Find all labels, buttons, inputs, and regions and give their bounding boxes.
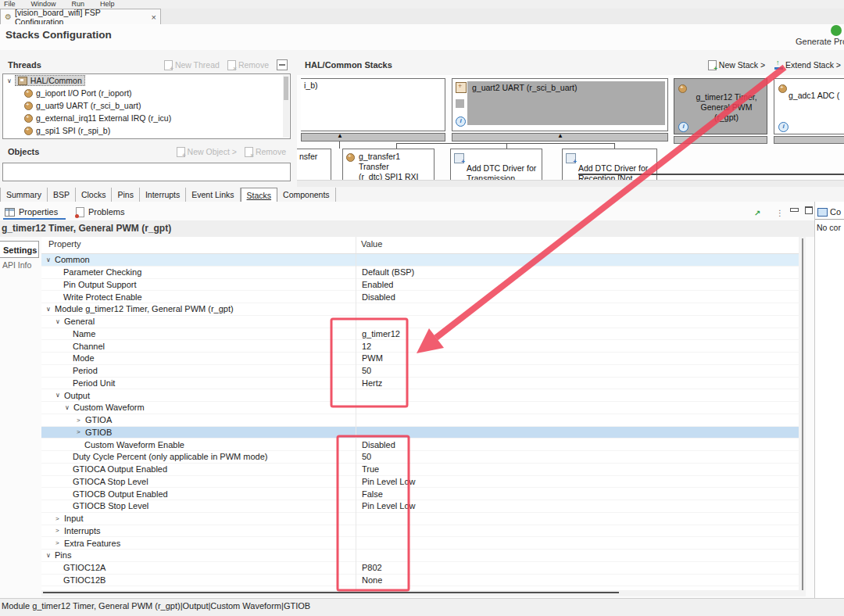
property-value[interactable]: Enabled	[356, 280, 393, 289]
property-row[interactable]: Parameter CheckingDefault (BSP)	[41, 267, 806, 279]
config-tab-stacks[interactable]: Stacks	[241, 188, 278, 202]
property-hscrollbar-thumb[interactable]	[43, 592, 619, 593]
remove-object-button[interactable]: Remove	[245, 147, 286, 157]
property-row[interactable]: Write Protect EnableDisabled	[41, 291, 806, 303]
stack-block-partial[interactable]: i_b)	[301, 78, 445, 131]
property-value[interactable]: False	[356, 489, 383, 499]
config-tab-pins[interactable]: Pins	[112, 188, 139, 202]
console-tab-label[interactable]: Co	[830, 207, 841, 217]
property-row[interactable]: Nameg_timer12	[41, 328, 806, 341]
threads-scrollbar[interactable]	[283, 75, 289, 138]
config-tab-bsp[interactable]: BSP	[48, 188, 76, 202]
new-thread-button[interactable]: New Thread	[164, 60, 220, 70]
property-value[interactable]: 50	[356, 452, 371, 461]
collapse-icon[interactable]: ∨	[7, 77, 12, 84]
property-row[interactable]: Custom Waveform EnableDisabled	[41, 439, 806, 451]
minimize-icon[interactable]	[789, 205, 799, 214]
property-row[interactable]: >Input	[41, 513, 806, 525]
stacks-hscrollbar[interactable]	[297, 180, 844, 187]
menu-help[interactable]: Help	[100, 0, 115, 8]
config-tab-components[interactable]: Components	[277, 188, 336, 202]
property-value[interactable]: Disabled	[356, 440, 395, 449]
collapse-icon[interactable]: ∨	[46, 256, 52, 263]
property-vscrollbar-thumb[interactable]	[802, 238, 803, 590]
sub-stack-block-add-dtc-tx[interactable]: Add DTC Driver for Transmission	[450, 149, 542, 183]
thread-stack-item[interactable]: g_ioport I/O Port (r_ioport)	[3, 87, 290, 99]
property-value[interactable]: 50	[356, 366, 371, 375]
info-icon[interactable]	[678, 122, 688, 132]
column-divider[interactable]	[356, 237, 356, 596]
config-tab-summary[interactable]: Summary	[0, 188, 48, 202]
property-value[interactable]: Pin Level Low	[356, 501, 416, 510]
sub-stack-block-add-dtc-rx[interactable]: Add DTC Driver for Reception [Not	[562, 149, 657, 183]
thread-root-hal-common[interactable]: ∨ HAL/Common	[3, 74, 290, 87]
property-row[interactable]: GTIOC12AP802	[41, 562, 806, 575]
property-row[interactable]: Period50	[41, 365, 806, 378]
info-icon[interactable]	[778, 122, 789, 132]
thread-stack-item[interactable]: g_spi1 SPI (r_spi_b)	[3, 124, 290, 137]
column-header-property[interactable]: Property	[48, 239, 81, 249]
property-value[interactable]: P802	[356, 563, 382, 572]
collapse-icon[interactable]: ∨	[55, 392, 62, 399]
stack-block-g-adc1[interactable]: g_adc1 ADC (	[774, 78, 844, 134]
config-tab-event-links[interactable]: Event Links	[186, 188, 240, 202]
stack-block-g-uart2[interactable]: g_uart2 UART (r_sci_b_uart)	[452, 78, 668, 131]
collapse-icon[interactable]: ∨	[55, 318, 62, 325]
collapse-icon[interactable]: ∨	[46, 552, 52, 559]
thread-stack-item[interactable]: g_external_irq11 External IRQ (r_icu)	[3, 112, 290, 124]
expand-icon[interactable]: >	[55, 515, 62, 522]
property-row[interactable]: ∨General	[41, 316, 806, 328]
side-tab-settings[interactable]: Settings	[0, 241, 39, 258]
property-row[interactable]: ∨Custom Waveform	[41, 402, 806, 414]
property-row[interactable]: GTIOCB Output EnabledFalse	[41, 488, 806, 500]
property-row[interactable]: Channel12	[41, 340, 806, 353]
property-value[interactable]: Default (BSP)	[356, 267, 414, 277]
maximize-icon[interactable]	[804, 205, 814, 214]
stack-block-g-timer12[interactable]: g_timer12 Timer, General PWM (r_gpt)	[674, 78, 767, 134]
expand-icon[interactable]: >	[77, 417, 83, 424]
property-row[interactable]: ∨Output	[41, 389, 806, 402]
connector-triangle[interactable]: ▲	[557, 132, 563, 140]
thread-stack-item[interactable]: g_uart9 UART (r_sci_b_uart)	[3, 99, 290, 112]
generate-project-icon[interactable]	[831, 25, 842, 36]
menu-file[interactable]: File	[4, 0, 16, 8]
property-row[interactable]: GTIOCA Output EnabledTrue	[41, 464, 806, 476]
sub-stack-block-g-transfer1[interactable]: g_transfer1 Transfer (r_dtc) SPI1 RXI	[342, 149, 435, 183]
editor-tab-fsp-configuration[interactable]: ⚙ [vision_board_wifi] FSP Configuration …	[0, 9, 161, 24]
property-row[interactable]: Duty Cycle Percent (only applicable in P…	[41, 451, 806, 464]
stacks-hscrollbar-thumb[interactable]	[578, 174, 844, 175]
property-value[interactable]: Hertz	[356, 378, 382, 388]
objects-list[interactable]	[2, 163, 291, 181]
sub-stack-block-partial[interactable]: nsfer	[297, 149, 331, 183]
config-tab-clocks[interactable]: Clocks	[76, 188, 113, 202]
property-row[interactable]: GTIOCA Stop LevelPin Level Low	[41, 476, 806, 489]
expand-icon[interactable]: >	[55, 539, 62, 546]
collapse-icon[interactable]: ∨	[46, 306, 52, 313]
collapse-icon[interactable]: ∨	[65, 404, 71, 411]
property-value[interactable]: Disabled	[356, 292, 395, 302]
connector-triangle[interactable]: ▲	[337, 132, 343, 140]
remove-thread-button[interactable]: Remove	[227, 60, 269, 70]
property-row[interactable]: GTIOCB Stop LevelPin Level Low	[41, 500, 806, 513]
expand-icon[interactable]: >	[55, 527, 62, 534]
view-menu-icon[interactable]	[776, 205, 785, 214]
scrollbar-thumb[interactable]	[284, 77, 288, 100]
property-value[interactable]: 12	[356, 342, 371, 351]
menu-window[interactable]: Window	[31, 0, 56, 8]
property-row[interactable]: ∨Pins	[41, 550, 806, 562]
property-value[interactable]: Pin Level Low	[356, 477, 416, 486]
column-header-value[interactable]: Value	[361, 239, 382, 249]
generate-project-label[interactable]: Generate Pro	[796, 37, 844, 46]
link-with-editor-icon[interactable]	[754, 205, 764, 214]
property-row[interactable]: GTIOC12BNone	[41, 575, 806, 587]
close-icon[interactable]: ×	[152, 13, 156, 22]
collapse-all-icon[interactable]	[277, 59, 288, 70]
tab-problems[interactable]: Problems	[76, 203, 124, 220]
property-value[interactable]: PWM	[356, 353, 383, 363]
expand-icon[interactable]: >	[77, 428, 83, 435]
property-hscrollbar[interactable]	[41, 590, 806, 596]
property-value[interactable]: True	[356, 464, 379, 474]
property-row[interactable]: >Interrupts	[41, 525, 806, 538]
property-row[interactable]: ∨Common	[41, 254, 806, 267]
property-row[interactable]: Period UnitHertz	[41, 378, 806, 390]
